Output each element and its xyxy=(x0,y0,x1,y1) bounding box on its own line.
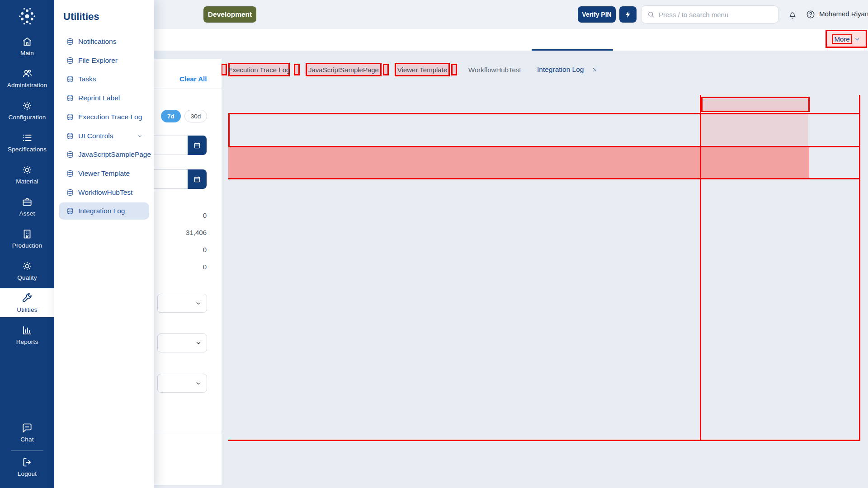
wrench-icon xyxy=(21,292,33,304)
tab-bar xyxy=(54,29,868,51)
sidebar-item-label: Administration xyxy=(7,82,47,89)
database-icon xyxy=(66,56,74,65)
close-icon[interactable] xyxy=(592,67,598,73)
database-icon xyxy=(66,38,74,46)
tab-close-stub[interactable] xyxy=(383,64,389,75)
flyout-item-workflowhubtest[interactable]: WorkflowHubTest xyxy=(59,184,149,201)
sidebar-item-utilities[interactable]: Utilities xyxy=(0,288,54,317)
sidebar-item-label: Configuration xyxy=(9,114,46,121)
sidebar-item-label: Reports xyxy=(16,338,38,345)
divider xyxy=(154,89,269,89)
tab-execution-trace-log[interactable]: Execution Trace Log xyxy=(228,63,290,76)
highlight-row-1-message-cell xyxy=(701,114,808,146)
chevron-down-icon xyxy=(854,36,861,42)
sidebar-item-production[interactable]: Production xyxy=(0,224,54,253)
tab-viewer-template[interactable]: Viewer Template xyxy=(395,63,450,76)
tab-javascriptsamplepage[interactable]: JavaScriptSamplePage xyxy=(306,63,382,76)
highlight-column-left-guide xyxy=(700,95,701,441)
sidebar-item-label: Material xyxy=(16,178,38,185)
menu-search-input[interactable] xyxy=(659,11,773,19)
highlight-row-2-fill xyxy=(228,147,809,178)
database-icon xyxy=(66,132,74,140)
flyout-item-reprint-label[interactable]: Reprint Label xyxy=(59,89,149,107)
calendar-icon xyxy=(193,141,201,150)
flyout-item-label: Reprint Label xyxy=(78,94,120,102)
flyout-item-execution-trace-log[interactable]: Execution Trace Log xyxy=(59,108,149,126)
bar-chart-icon xyxy=(21,324,33,336)
highlight-status-message-header xyxy=(701,97,810,112)
tab-close-stub[interactable] xyxy=(294,64,300,75)
sidebar-item-material[interactable]: Material xyxy=(0,160,54,189)
date-from-row xyxy=(145,136,207,155)
range-7d-button[interactable]: 7d xyxy=(161,110,181,122)
sidebar-item-label: Main xyxy=(20,50,34,56)
filter-count: 0 xyxy=(203,211,207,219)
flyout-item-label: Tasks xyxy=(78,75,96,83)
sidebar-item-specifications[interactable]: Specifications xyxy=(0,128,54,157)
highlight-row-2-bottom-line xyxy=(228,178,860,179)
gear-icon xyxy=(21,260,33,272)
filter-select-2[interactable] xyxy=(157,333,207,352)
flyout-item-tasks[interactable]: Tasks xyxy=(59,70,149,88)
flyout-item-integration-log[interactable]: Integration Log xyxy=(59,202,149,220)
users-icon xyxy=(21,68,33,80)
tab-close-stub[interactable] xyxy=(221,64,227,75)
filter-select-1[interactable] xyxy=(157,294,207,313)
chevron-down-icon xyxy=(195,339,202,347)
chat-icon xyxy=(21,422,33,434)
database-icon xyxy=(66,169,74,178)
sidebar-item-administration[interactable]: Administration xyxy=(0,64,54,93)
highlight-column-right-guide xyxy=(859,95,860,441)
date-from-calendar-button[interactable] xyxy=(188,136,207,155)
sidebar-item-configuration[interactable]: Configuration xyxy=(0,96,54,125)
tab-workflowhubtest[interactable]: WorkflowHubTest xyxy=(468,63,521,76)
bell-icon xyxy=(788,9,797,19)
sidebar-item-quality[interactable]: Quality xyxy=(0,256,54,285)
verify-pin-button[interactable]: Verify PIN xyxy=(578,6,616,23)
bolt-icon xyxy=(624,10,632,19)
help-icon[interactable] xyxy=(806,9,816,21)
flyout-item-label: WorkflowHubTest xyxy=(78,188,132,197)
sidebar-item-logout[interactable]: Logout xyxy=(0,452,54,481)
flyout-item-javascriptsamplepage[interactable]: JavaScriptSamplePage xyxy=(59,146,149,163)
filter-select-3[interactable] xyxy=(157,374,207,393)
sidebar-item-main[interactable]: Main xyxy=(0,32,54,61)
more-tabs-button[interactable]: More xyxy=(826,30,867,48)
divider xyxy=(149,433,264,433)
flyout-item-viewer-template[interactable]: Viewer Template xyxy=(59,165,149,182)
logout-icon xyxy=(21,456,33,468)
tab-close-stub[interactable] xyxy=(451,64,457,75)
environment-badge: Development xyxy=(203,6,256,23)
sidebar: MainAdministrationConfigurationSpecifica… xyxy=(0,0,54,488)
database-icon xyxy=(66,188,74,197)
filter-count: 31,406 xyxy=(186,229,207,236)
sidebar-item-chat[interactable]: Chat xyxy=(0,418,54,447)
menu-search xyxy=(641,5,778,23)
database-icon xyxy=(66,113,74,121)
range-30d-button[interactable]: 30d xyxy=(184,110,207,122)
chevron-down-icon xyxy=(195,380,202,387)
sidebar-item-reports[interactable]: Reports xyxy=(0,320,54,349)
highlight-table-bottom-line xyxy=(228,440,860,441)
database-icon xyxy=(66,150,74,159)
app-header: Development Verify PIN Mohamed Riyanudee… xyxy=(54,0,868,29)
flyout-item-ui-controls[interactable]: UI Controls xyxy=(59,127,149,145)
date-to-row xyxy=(145,169,207,189)
question-circle-icon xyxy=(806,9,816,19)
database-icon xyxy=(66,94,74,102)
sidebar-item-label: Chat xyxy=(20,436,33,443)
flyout-item-notifications[interactable]: Notifications xyxy=(59,33,149,50)
user-name: Mohamed Riyanudeen [mr] xyxy=(819,10,868,18)
flyout-item-label: Execution Trace Log xyxy=(78,113,142,121)
date-to-calendar-button[interactable] xyxy=(188,169,207,189)
notifications-bell-icon[interactable] xyxy=(788,9,797,21)
flyout-item-file-explorer[interactable]: File Explorer xyxy=(59,52,149,69)
gear-icon xyxy=(21,164,33,176)
tab-label: Integration Log xyxy=(537,66,584,74)
sidebar-item-asset[interactable]: Asset xyxy=(0,192,54,221)
gear-icon xyxy=(21,100,33,112)
tab-integration-log[interactable]: Integration Log xyxy=(537,63,598,76)
clear-all-link[interactable]: Clear All xyxy=(179,75,207,83)
flyout-item-label: Viewer Template xyxy=(78,169,130,178)
quick-actions-button[interactable] xyxy=(619,6,637,23)
